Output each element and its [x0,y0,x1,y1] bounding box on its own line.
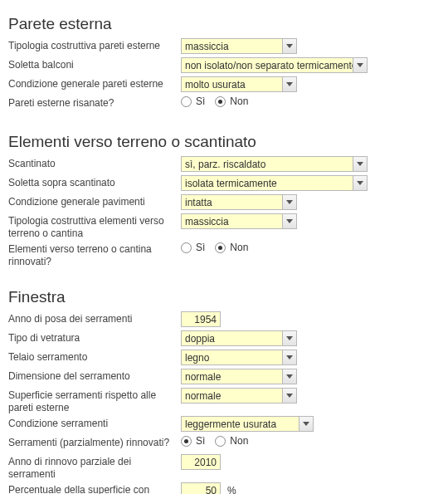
select-value: normale [185,371,221,383]
chevron-down-icon [282,77,296,91]
chevron-down-icon [282,39,296,53]
chevron-down-icon [353,157,367,171]
select-condizione-pavimenti[interactable]: intatta [181,194,297,210]
label-scantinato: Scantinato [8,156,181,170]
select-value: doppia [185,333,215,345]
select-vetratura[interactable]: doppia [181,330,297,346]
select-superficie[interactable]: normale [181,388,297,404]
select-value: massiccia [185,216,229,227]
select-condizione-pareti[interactable]: molto usurata [181,76,297,92]
unit-percent: % [227,485,236,495]
chevron-down-icon [282,350,296,364]
select-value: normale [185,390,221,402]
select-value: massiccia [185,41,229,52]
label-superficie: Superficie serramenti rispetto alle pare… [8,388,181,414]
chevron-down-icon [282,195,296,209]
select-dimensione[interactable]: normale [181,369,297,384]
chevron-down-icon [353,58,367,72]
radio-serramenti-rinnovati-si[interactable] [181,436,192,447]
label-telaio: Telaio serramento [8,350,181,364]
radio-label-si: Sì [196,242,205,253]
label-tipologia-pareti: Tipologia costruttiva pareti esterne [8,38,181,52]
radio-elementi-rinnovati-si[interactable] [181,242,192,253]
select-value: leggermente usurata [185,418,276,430]
radio-label-non: Non [230,242,248,253]
select-telaio[interactable]: legno [181,350,297,365]
label-dimensione: Dimensione del serramento [8,369,181,383]
select-value: intatta [185,197,212,208]
label-elementi-rinnovati: Elementi verso terreno o cantina rinnova… [8,242,181,268]
select-tipologia-elementi[interactable]: massiccia [181,213,297,229]
radio-label-non: Non [230,95,248,107]
input-anno-posa[interactable] [181,311,221,327]
label-condizione-pareti: Condizione generale pareti esterne [8,76,181,90]
label-soletta-balconi: Soletta balconi [8,57,181,71]
chevron-down-icon [282,369,296,384]
select-value: legno [185,352,209,364]
label-vetratura: Tipo di vetratura [8,330,181,345]
radio-pareti-risanate-non[interactable] [215,96,226,107]
label-serramenti-rinnovati: Serramenti (parzialmente) rinnovati? [8,435,181,449]
label-anno-posa: Anno di posa dei serramenti [8,311,181,325]
select-scantinato[interactable]: sì, parz. riscaldato [181,156,368,172]
radio-label-si: Sì [196,435,205,447]
chevron-down-icon [282,331,296,345]
radio-elementi-rinnovati-non[interactable] [215,242,226,253]
chevron-down-icon [282,214,296,228]
label-pareti-risanate: Pareti esterne risanate? [8,95,181,110]
select-tipologia-pareti[interactable]: massiccia [181,38,297,54]
label-condizione-pavimenti: Condizione generale pavimenti [8,194,181,208]
select-value: isolata termicamente [185,178,277,189]
radio-serramenti-rinnovati-non[interactable] [215,436,226,447]
select-condizione-serramenti[interactable]: leggermente usurata [181,416,314,432]
radio-label-si: Sì [196,95,205,107]
label-condizione-serramenti: Condizione serramenti [8,416,181,430]
label-tipologia-elementi: Tipologia costruttiva elementi verso ter… [8,213,181,240]
select-value: non isolato/non separato termicamente [185,60,357,71]
select-value: sì, parz. riscaldato [185,159,265,170]
input-anno-rinnovo[interactable] [181,454,221,470]
section-title-elementi: Elementi verso terreno o scantinato [8,133,440,151]
select-soletta-balconi[interactable]: non isolato/non separato termicamente [181,57,368,73]
radio-pareti-risanate-si[interactable] [181,96,192,107]
input-percentuale[interactable] [181,482,221,494]
radio-label-non: Non [230,435,248,447]
select-soletta-sopra[interactable]: isolata termicamente [181,175,368,191]
select-value: molto usurata [185,79,246,90]
chevron-down-icon [282,389,296,403]
chevron-down-icon [353,176,367,190]
chevron-down-icon [299,417,313,431]
label-soletta-sopra: Soletta sopra scantinato [8,175,181,189]
section-title-finestra: Finestra [8,288,440,306]
section-title-parete: Parete esterna [8,15,440,33]
label-anno-rinnovo: Anno di rinnovo parziale dei serramenti [8,454,181,481]
label-percentuale: Percentuale della superficie con serrame… [8,482,181,494]
